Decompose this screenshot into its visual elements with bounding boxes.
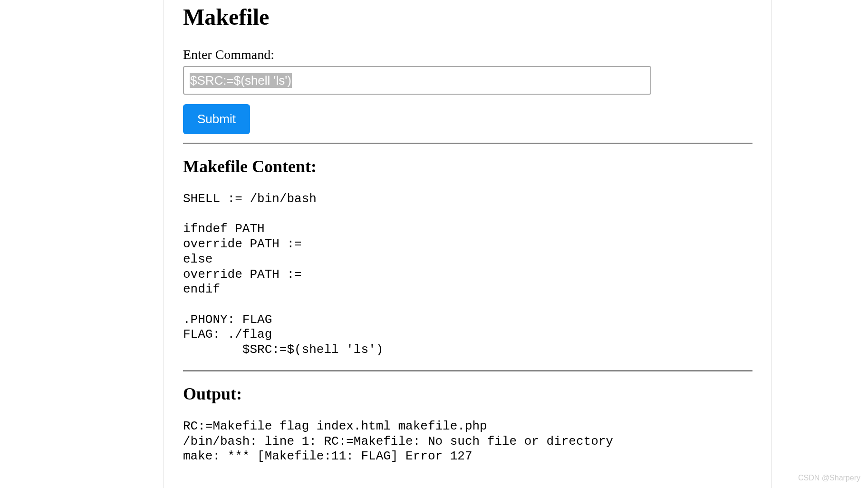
command-label: Enter Command: [183, 47, 752, 62]
command-input-value: $SRC:=$(shell 'ls') [190, 73, 292, 88]
makefile-content: SHELL := /bin/bash ifndef PATH override … [183, 192, 752, 358]
command-input-wrapper: $SRC:=$(shell 'ls') [183, 66, 651, 95]
output-content: RC:=Makefile flag index.html makefile.ph… [183, 419, 752, 464]
makefile-content-heading: Makefile Content: [183, 156, 752, 176]
divider-2 [183, 370, 752, 371]
watermark: CSDN @Sharpery [798, 474, 860, 482]
divider-1 [183, 143, 752, 144]
output-heading: Output: [183, 384, 752, 404]
main-container: Makefile Enter Command: $SRC:=$(shell 'l… [164, 0, 772, 488]
command-input[interactable]: $SRC:=$(shell 'ls') [183, 66, 651, 95]
submit-button[interactable]: Submit [183, 104, 250, 134]
page-title: Makefile [183, 4, 752, 30]
